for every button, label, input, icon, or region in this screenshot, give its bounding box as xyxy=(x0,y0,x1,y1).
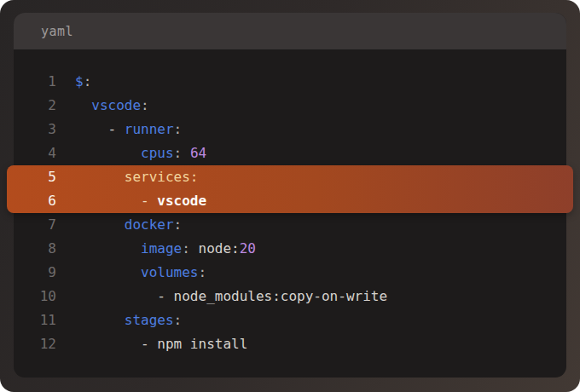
token-punct: : xyxy=(174,145,183,161)
code-line: 11 stages: xyxy=(14,308,566,332)
token-value xyxy=(75,312,125,328)
token-hlstrong: vscode xyxy=(157,193,206,209)
code-body: 1 $: 2 vscode: 3 - runner: 4 cpus: 64 5 … xyxy=(14,49,566,378)
line-content: services: xyxy=(56,165,199,189)
token-value xyxy=(75,216,125,233)
token-punct: : xyxy=(174,312,183,328)
token-punct: : xyxy=(84,73,92,89)
line-number: 12 xyxy=(14,332,56,356)
token-key: volumes xyxy=(141,264,198,280)
token-value xyxy=(75,240,141,257)
code-card: yaml 1 $: 2 vscode: 3 - runner: 4 cpus: … xyxy=(0,0,580,392)
token-hlkey: services: xyxy=(75,169,199,185)
token-hldash: - xyxy=(75,193,157,209)
line-content: - runner: xyxy=(56,118,182,141)
line-number: 6 xyxy=(14,189,56,213)
line-content: image: node:20 xyxy=(56,237,256,261)
line-number: 9 xyxy=(14,261,56,285)
line-number: 7 xyxy=(14,213,56,237)
code-line: 2 vscode: xyxy=(14,94,566,118)
code-line: 1 $: xyxy=(14,70,566,94)
token-value xyxy=(182,145,190,161)
token-value xyxy=(75,264,141,280)
language-label: yaml xyxy=(41,24,73,39)
token-value xyxy=(75,145,141,161)
line-content: - vscode xyxy=(56,189,206,213)
token-key: docker xyxy=(125,216,174,233)
line-content: cpus: 64 xyxy=(56,141,206,165)
line-number: 10 xyxy=(14,285,56,308)
line-content: $: xyxy=(56,70,91,94)
line-number: 4 xyxy=(14,141,56,165)
line-content: stages: xyxy=(56,308,182,332)
token-key: runner xyxy=(125,121,174,137)
line-number: 3 xyxy=(14,118,56,141)
line-content: - node_modules:copy-on-write xyxy=(56,285,387,308)
code-header: yaml xyxy=(14,13,566,49)
token-num: 20 xyxy=(240,240,256,257)
code-line: 5 services: xyxy=(14,165,566,189)
code-line: 8 image: node:20 xyxy=(14,237,566,261)
code-line: 10 - node_modules:copy-on-write xyxy=(14,285,566,308)
code-line: 3 - runner: xyxy=(14,118,566,141)
token-key: image xyxy=(141,240,182,257)
token-value: node: xyxy=(190,240,240,257)
line-number: 11 xyxy=(14,308,56,332)
token-key: cpus xyxy=(141,145,174,161)
token-punct: : xyxy=(141,97,149,113)
token-value: - npm install xyxy=(75,336,247,352)
token-punct: : xyxy=(182,240,190,257)
code-line: 4 cpus: 64 xyxy=(14,141,566,165)
token-punct: : xyxy=(199,264,207,280)
line-content: - npm install xyxy=(56,332,247,356)
code-line: 7 docker: xyxy=(14,213,566,237)
token-key: $ xyxy=(75,73,84,89)
token-punct: : xyxy=(174,216,183,233)
token-num: 64 xyxy=(190,145,206,161)
line-number: 1 xyxy=(14,70,56,94)
line-content: volumes: xyxy=(56,261,206,285)
token-value: - xyxy=(75,121,125,137)
token-value xyxy=(75,97,91,113)
token-value: - node_modules:copy-on-write xyxy=(75,288,387,304)
line-number: 5 xyxy=(14,165,56,189)
code-line: 6 - vscode xyxy=(14,189,566,213)
code-line: 12 - npm install xyxy=(14,332,566,356)
token-key: vscode xyxy=(91,97,141,113)
token-punct: : xyxy=(174,121,183,137)
line-number: 8 xyxy=(14,237,56,261)
line-content: vscode: xyxy=(56,94,149,118)
token-key: stages xyxy=(125,312,174,328)
code-line: 9 volumes: xyxy=(14,261,566,285)
line-number: 2 xyxy=(14,94,56,118)
code-window: yaml 1 $: 2 vscode: 3 - runner: 4 cpus: … xyxy=(14,13,566,378)
line-content: docker: xyxy=(56,213,182,237)
